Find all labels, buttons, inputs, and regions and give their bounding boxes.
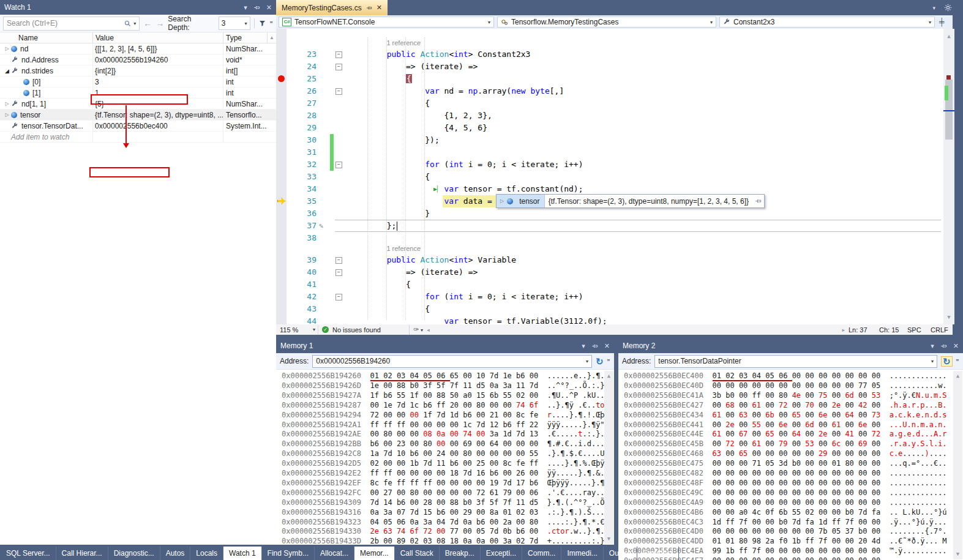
codelens-references[interactable]: 1 reference: [386, 39, 421, 48]
memory-row[interactable]: 0x000002556B1942FC 00 27 00 80 00 00 00 …: [282, 488, 605, 498]
memory-row[interactable]: 0x000002556B194309 7d 14 b6 00 28 00 88 …: [282, 498, 605, 507]
memory-row[interactable]: 0x000002556B0EC468 63 00 65 00 00 00 00 …: [624, 449, 947, 458]
line-indicator[interactable]: Ln: 37: [849, 326, 875, 334]
line-number[interactable]: 39: [288, 254, 317, 266]
memory2-title-bar[interactable]: Memory 2 ▾ ✕: [618, 338, 963, 353]
tool-window-tab[interactable]: Allocat...: [315, 547, 354, 560]
forward-arrow-icon[interactable]: →: [156, 18, 164, 28]
memory-row[interactable]: 0x000002556B1942BB b6 00 23 00 80 00 00 …: [282, 439, 605, 449]
memory-row[interactable]: 0x000002556B0EC41A 3b b0 00 ff 00 80 4e …: [624, 391, 947, 400]
hscroll-right-icon[interactable]: ▸: [842, 327, 845, 333]
memory-row[interactable]: 0x000002556B0EC44E 61 00 67 00 65 00 64 …: [624, 430, 947, 439]
toolbar-overflow-icon[interactable]: ❞: [607, 358, 610, 365]
code-line[interactable]: for (int i = 0; i < iterate; i++): [348, 291, 583, 303]
code-line[interactable]: public Action<int> Variable: [348, 254, 516, 266]
watch-row[interactable]: ▷nd{[[1, 2, 3], [4, 5, 6]]}NumShar...: [0, 43, 276, 54]
toolbar-overflow-icon[interactable]: ❞: [956, 358, 959, 365]
memory-row[interactable]: 0x000002556B0EC4DD 01 01 80 98 2a f0 1b …: [624, 537, 947, 546]
tool-window-tab[interactable]: Memor...: [354, 547, 395, 560]
eol-indicator[interactable]: CRLF: [931, 326, 951, 334]
close-icon[interactable]: ✕: [266, 4, 272, 12]
code-line[interactable]: public Action<int> Constant2x3: [348, 48, 530, 61]
watch-value-cell[interactable]: 1: [93, 88, 223, 98]
watch-value-cell[interactable]: 0x000002556b0ec400: [93, 121, 223, 131]
tool-window-tab[interactable]: Call Stack: [395, 547, 440, 560]
expand-icon[interactable]: ▷: [3, 112, 11, 118]
gear-icon[interactable]: [944, 4, 952, 12]
line-number[interactable]: 43: [288, 303, 317, 315]
code-line[interactable]: => (iterate) =>: [348, 266, 478, 278]
column-header-name[interactable]: Name: [0, 32, 93, 43]
memory-row[interactable]: 0x000002556B19426D 1e 00 88 b0 3f 5f 7f …: [282, 381, 605, 390]
watch-name-cell[interactable]: ◢nd.strides: [0, 65, 93, 76]
datatip-variable[interactable]: ▷tensor: [496, 195, 545, 207]
search-depth-select[interactable]: 3 ▾: [219, 17, 250, 30]
line-number[interactable]: 25: [288, 73, 317, 85]
code-line[interactable]: var nd = np.array(new byte[,]: [348, 85, 564, 97]
watch-name-cell[interactable]: ▷tensor: [0, 110, 93, 120]
code-line[interactable]: {: [348, 303, 430, 315]
zoom-select[interactable]: 115 %▾: [277, 325, 318, 334]
scroll-up-icon[interactable]: ▲: [604, 371, 613, 381]
expand-icon[interactable]: ▷: [3, 101, 11, 106]
search-dropdown-icon[interactable]: ▾: [133, 21, 136, 26]
scroll-down-icon[interactable]: ▼: [953, 550, 962, 559]
memory-row[interactable]: 0x000002556B194287 00 1e 7d 1c b6 ff 20 …: [282, 401, 605, 410]
line-number[interactable]: 41: [288, 278, 317, 291]
codelens-references[interactable]: 1 reference: [386, 244, 421, 253]
line-number[interactable]: 33: [288, 171, 317, 183]
window-dropdown-icon[interactable]: ▾: [931, 342, 934, 350]
code-editor[interactable]: 1 reference23− public Action<int> Consta…: [276, 29, 954, 324]
tool-window-tab[interactable]: Call Hierar...: [56, 547, 108, 560]
memory-row[interactable]: 0x000002556B1942AE 00 80 00 00 08 0a 00 …: [282, 430, 605, 439]
collapse-icon[interactable]: ◢: [3, 68, 11, 74]
watch-value-cell[interactable]: {tf.Tensor: shape=(2, 3), dtype=uint8, .…: [93, 110, 223, 120]
watch-name-cell[interactable]: ▷nd[1, 1]: [0, 99, 93, 109]
line-number[interactable]: 34: [288, 183, 317, 195]
editor-scrollbar[interactable]: ▲ ▼: [943, 29, 954, 324]
code-line[interactable]: }: [348, 207, 430, 220]
watch-value-cell[interactable]: {int[2]}: [93, 65, 223, 76]
memory-row[interactable]: 0x000002556B1942EF 8c fe ff ff ff 00 00 …: [282, 479, 605, 488]
search-icon[interactable]: [124, 20, 131, 27]
project-dropdown[interactable]: C# TensorFlowNET.Console ▾: [279, 17, 494, 28]
watch-name-cell[interactable]: [1]: [0, 88, 93, 98]
line-number[interactable]: 37: [288, 220, 317, 232]
tab-close-icon[interactable]: ✕: [377, 4, 382, 12]
member-dropdown[interactable]: Constant2x3 ▾: [719, 17, 935, 28]
fold-collapse-icon[interactable]: −: [335, 294, 342, 301]
line-number[interactable]: 31: [288, 146, 317, 159]
memory-row[interactable]: 0x000002556B0EC441 00 2e 00 55 00 6e 00 …: [624, 420, 947, 430]
memory-row[interactable]: 0x000002556B194316 0a 3a 07 7d 15 b6 00 …: [282, 508, 605, 517]
tool-window-tab[interactable]: Diagnostic...: [108, 547, 160, 560]
tool-window-tab[interactable]: Comm...: [522, 547, 561, 560]
watch-row[interactable]: Add item to watch: [0, 132, 276, 143]
breakpoint-margin[interactable]: [276, 29, 287, 324]
code-line[interactable]: var tensor = tf.constant(nd);: [348, 183, 583, 195]
tab-pin-icon[interactable]: [366, 5, 372, 11]
code-line[interactable]: var data =: [348, 195, 492, 207]
address-dropdown-icon[interactable]: ▾: [931, 359, 934, 364]
line-number[interactable]: 30: [288, 134, 317, 146]
memory-row[interactable]: 0x000002556B0EC48F 00 00 00 00 00 00 00 …: [624, 479, 947, 488]
memory-row[interactable]: 0x000002556B1942E2 ff ff 00 00 00 00 18 …: [282, 469, 605, 478]
code-line[interactable]: };: [348, 220, 396, 232]
tool-window-tab[interactable]: Autos: [160, 547, 191, 560]
code-line[interactable]: {: [348, 97, 430, 110]
tool-window-tab[interactable]: Find Symb...: [262, 547, 315, 560]
line-number[interactable]: 23: [288, 48, 317, 61]
scrollbar-up-icon[interactable]: ▲: [268, 32, 276, 43]
watch-row[interactable]: ▷tensor{tf.Tensor: shape=(2, 3), dtype=u…: [0, 110, 276, 121]
datatip-pin-icon[interactable]: [752, 198, 764, 204]
watch-value-cell[interactable]: 3: [93, 77, 223, 87]
column-indicator[interactable]: Ch: 15: [879, 326, 904, 334]
tool-window-tab[interactable]: Excepti...: [481, 547, 522, 560]
hscroll-left-icon[interactable]: ◂: [427, 327, 430, 333]
watch-value-cell[interactable]: {5}: [93, 99, 223, 109]
code-cleanup-icon[interactable]: ✑▾: [413, 326, 423, 334]
scroll-down-icon[interactable]: ▼: [943, 311, 954, 323]
tool-window-tab[interactable]: Locals: [190, 547, 223, 560]
memory-row[interactable]: 0x000002556B1942C8 1a 7d 10 b6 00 24 00 …: [282, 449, 605, 458]
memory2-content[interactable]: ▲ ▼ 0x000002556B0EC400 01 02 03 04 05 06…: [618, 370, 963, 560]
fold-collapse-icon[interactable]: −: [335, 257, 342, 264]
